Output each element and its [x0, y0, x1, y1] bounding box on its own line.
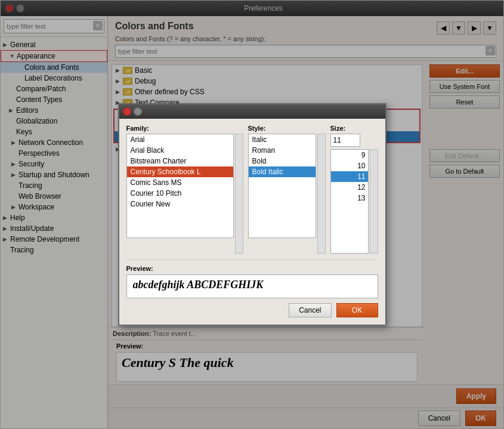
- style-item-roman[interactable]: Roman: [249, 145, 316, 156]
- size-list-wrapper: 9 10 11 12 13: [330, 149, 378, 254]
- family-column: Family: Arial Arial Black Bitstream Char…: [126, 125, 243, 254]
- family-item-courier-10[interactable]: Courier 10 Pitch: [127, 188, 233, 199]
- family-item-courier-new[interactable]: Courier New: [127, 199, 233, 209]
- style-scrollbar[interactable]: [317, 134, 326, 254]
- size-item-12[interactable]: 12: [331, 182, 368, 193]
- dialog-preview-section: Preview: abcdefghijk ABCDEFGHIJK: [126, 260, 378, 298]
- family-scrollbar[interactable]: [235, 134, 243, 254]
- size-column: Size: 9 10 11 12 13: [330, 125, 378, 254]
- preferences-window: Preferences ✕ ▶ General ▼ Appearance: [0, 0, 504, 429]
- family-label: Family:: [126, 125, 243, 132]
- dialog-preview-text: abcdefghijk ABCDEFGHIJK: [133, 279, 264, 291]
- dialog-close-button[interactable]: [123, 107, 131, 116]
- style-list-wrapper: Italic Roman Bold Bold Italic: [248, 134, 326, 254]
- style-column: Style: Italic Roman Bold Bold Italic: [248, 125, 326, 254]
- size-input[interactable]: [330, 134, 360, 147]
- dialog-overlay: Family: Arial Arial Black Bitstream Char…: [1, 1, 503, 428]
- dialog-titlebar: [119, 104, 385, 119]
- dialog-body: Family: Arial Arial Black Bitstream Char…: [119, 119, 385, 325]
- dialog-min-button[interactable]: [134, 107, 142, 116]
- family-item-bitstream[interactable]: Bitstream Charter: [127, 156, 233, 166]
- family-item-century[interactable]: Century Schoolbook L: [127, 166, 233, 177]
- style-label: Style:: [248, 125, 326, 132]
- family-item-arial[interactable]: Arial: [127, 134, 233, 145]
- style-listbox[interactable]: Italic Roman Bold Bold Italic: [248, 134, 316, 238]
- size-listbox[interactable]: 9 10 11 12 13: [330, 149, 369, 254]
- family-listbox[interactable]: Arial Arial Black Bitstream Charter Cent…: [126, 134, 234, 238]
- size-item-13[interactable]: 13: [331, 193, 368, 203]
- family-item-comic-sans[interactable]: Comic Sans MS: [127, 177, 233, 188]
- font-dialog: Family: Arial Arial Black Bitstream Char…: [118, 103, 386, 326]
- family-list-wrapper: Arial Arial Black Bitstream Charter Cent…: [126, 134, 243, 254]
- size-item-9[interactable]: 9: [331, 150, 368, 161]
- style-item-bold-italic[interactable]: Bold Italic: [249, 166, 316, 177]
- size-scrollbar[interactable]: [370, 149, 378, 254]
- size-item-11[interactable]: 11: [331, 171, 368, 182]
- size-item-10[interactable]: 10: [331, 161, 368, 171]
- style-item-bold[interactable]: Bold: [249, 156, 316, 166]
- dialog-buttons: Cancel OK: [126, 298, 378, 319]
- dialog-cancel-button[interactable]: Cancel: [289, 303, 331, 317]
- dialog-ok-button[interactable]: OK: [336, 303, 378, 317]
- family-item-arial-black[interactable]: Arial Black: [127, 145, 233, 156]
- dialog-columns: Family: Arial Arial Black Bitstream Char…: [126, 125, 378, 254]
- style-item-italic[interactable]: Italic: [249, 134, 316, 145]
- size-input-row: [330, 134, 378, 147]
- dialog-preview-box: abcdefghijk ABCDEFGHIJK: [126, 274, 378, 298]
- size-label: Size:: [330, 125, 378, 132]
- dialog-preview-label: Preview:: [126, 265, 378, 272]
